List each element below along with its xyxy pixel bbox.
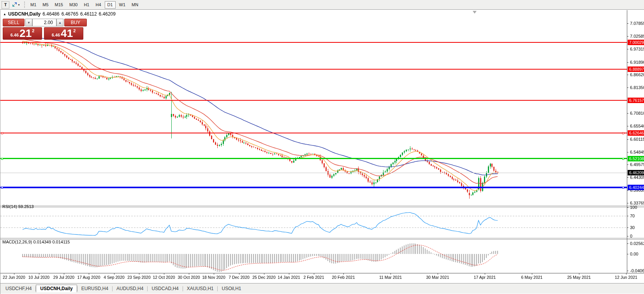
price-tick-label: 6.81350 [630, 85, 644, 90]
line-handle-right[interactable] [622, 187, 624, 189]
current-price-line[interactable] [0, 173, 627, 173]
macd-scale-label: 0.00 [630, 252, 638, 256]
time-axis-tick [532, 273, 532, 275]
chart-tab-eurusd[interactable]: EURUSD,H4 [77, 285, 112, 292]
date-label: 18 Nov 2020 [199, 275, 228, 280]
date-label: 17 Apr 2021 [470, 275, 499, 280]
line-handle-left[interactable] [1, 187, 3, 189]
horizontal-level-line[interactable] [0, 187, 627, 188]
sell-price-sup: 2 [32, 28, 34, 33]
timeframe-button-h4[interactable]: H4 [93, 1, 104, 9]
chevron-down-icon: ▾ [18, 3, 19, 7]
macd-scale-tick [627, 271, 628, 271]
ohlc-high: 6.46765 [62, 11, 78, 17]
timeframe-button-h1[interactable]: H1 [81, 1, 92, 9]
timeframe-button-m15[interactable]: M15 [52, 1, 66, 9]
time-axis-tick [626, 273, 626, 275]
time-axis-tick [64, 273, 64, 275]
chart-tab-bar: USDCHF,H4USDCNH,DailyEURUSD,H4AUDUSD,H4U… [0, 284, 644, 294]
time-axis-line [0, 273, 644, 273]
price-axis-line [627, 10, 627, 273]
time-axis-tick [139, 273, 139, 275]
sell-price-button[interactable]: 6.46 21 2 [3, 27, 42, 40]
price-level-badge: 7.00029 [628, 40, 644, 45]
rsi-scale-tick [627, 228, 628, 228]
chart-tab-usoil[interactable]: USOil,H1 [218, 285, 245, 292]
volume-decrease-button[interactable]: ▼ [25, 19, 32, 26]
rsi-scale-label: 70 [630, 214, 635, 218]
macd-scale-label: -0.040687 [630, 268, 644, 273]
time-axis-tick [289, 273, 289, 275]
date-label: 14 Jan 2021 [274, 275, 303, 280]
horizontal-level-line[interactable] [0, 100, 627, 101]
price-tick-label: 7.07855 [630, 21, 644, 26]
toolbar-separator [24, 2, 25, 8]
chart-tab-usdcnh[interactable]: USDCNH,Daily [36, 285, 77, 292]
panel-separator [0, 238, 644, 238]
time-axis-tick [39, 273, 39, 275]
rsi-indicator-label: RSI(14) 59.2513 [2, 204, 34, 209]
price-level-badge: 6.52108 [628, 156, 644, 161]
collapse-panel-icon[interactable]: ▲ [3, 12, 6, 16]
date-label: 12 Oct 2020 [150, 275, 178, 280]
timeframe-button-m5[interactable]: M5 [40, 1, 51, 9]
timeframe-button-m1[interactable]: M1 [28, 1, 39, 9]
price-tick-label: 6.65540 [630, 124, 644, 128]
chart-canvas[interactable] [0, 10, 627, 294]
chart-tab-audusd[interactable]: AUDUSD,H4 [113, 285, 147, 292]
time-axis-tick [438, 273, 438, 275]
chart-shift-marker[interactable] [473, 11, 477, 14]
sell-price-base: 6.46 [11, 33, 19, 37]
buy-price-button[interactable]: 6.46 41 2 [44, 27, 83, 40]
horizontal-level-line[interactable] [0, 158, 627, 159]
rsi-scale-tick [627, 207, 628, 208]
date-label: 17 Aug 2020 [74, 275, 103, 280]
chart-tab-usdcad[interactable]: USDCAD,H4 [148, 285, 182, 292]
time-axis-tick [579, 273, 579, 275]
line-handle-right[interactable] [622, 158, 624, 160]
chart-tab-xauusd[interactable]: XAUUSD,H1 [183, 285, 218, 292]
date-label: 7 Dec 2020 [225, 275, 253, 280]
horizontal-level-line[interactable] [0, 42, 627, 43]
buy-price-big: 41 [61, 28, 73, 38]
time-axis-tick [239, 273, 239, 275]
rsi-scale-tick [627, 236, 628, 236]
date-label: 30 Oct 2020 [174, 275, 203, 280]
panel-separator [0, 207, 644, 207]
buy-button[interactable]: BUY [64, 19, 87, 26]
price-level-badge: 6.40244 [628, 185, 644, 190]
date-label: 12 Jun 2021 [612, 275, 640, 280]
timeframe-button-m30[interactable]: M30 [67, 1, 80, 9]
horizontal-level-line[interactable] [0, 69, 627, 70]
timeframe-button-d1[interactable]: D1 [105, 1, 116, 9]
volume-increase-button[interactable]: ▲ [56, 19, 63, 26]
price-axis-tick [627, 49, 628, 49]
price-tick-label: 6.86620 [630, 72, 644, 77]
chart-tab-usdchf[interactable]: USDCHF,H4 [2, 285, 35, 292]
rsi-scale-tick [627, 216, 628, 216]
price-axis-tick [627, 113, 628, 114]
price-axis-tick [627, 139, 628, 140]
drawing-arrows-tool-button[interactable]: ▾ [10, 1, 22, 9]
date-label: 30 Mar 2021 [423, 275, 452, 280]
one-click-trading-panel: SELL ▼ ▲ BUY 6.46 21 2 6.46 41 2 [3, 17, 87, 41]
chart-header: ▲ USDCNH,Daily 6.46486 6.46765 6.46112 6… [3, 11, 116, 17]
macd-scale-tick [627, 254, 628, 254]
panel-separator [0, 206, 644, 206]
timeframe-button-mn[interactable]: MN [129, 1, 141, 9]
line-handle-right[interactable] [622, 132, 624, 134]
line-handle-left[interactable] [1, 158, 3, 160]
ohlc-open: 6.46486 [42, 11, 59, 17]
sell-price-big: 21 [19, 28, 32, 38]
volume-input[interactable] [32, 19, 56, 26]
price-level-badge: 6.62646 [628, 130, 644, 136]
price-axis-tick [627, 177, 628, 178]
timeframe-button-w1[interactable]: W1 [116, 1, 128, 9]
horizontal-level-line[interactable] [0, 133, 627, 133]
sell-button[interactable]: SELL [3, 19, 25, 26]
line-handle-left[interactable] [1, 132, 3, 134]
price-tick-label: 6.54845 [630, 150, 644, 154]
text-tool-button[interactable]: T [2, 1, 9, 9]
arrows-icon [12, 2, 17, 8]
macd-scale-tick [627, 243, 628, 244]
